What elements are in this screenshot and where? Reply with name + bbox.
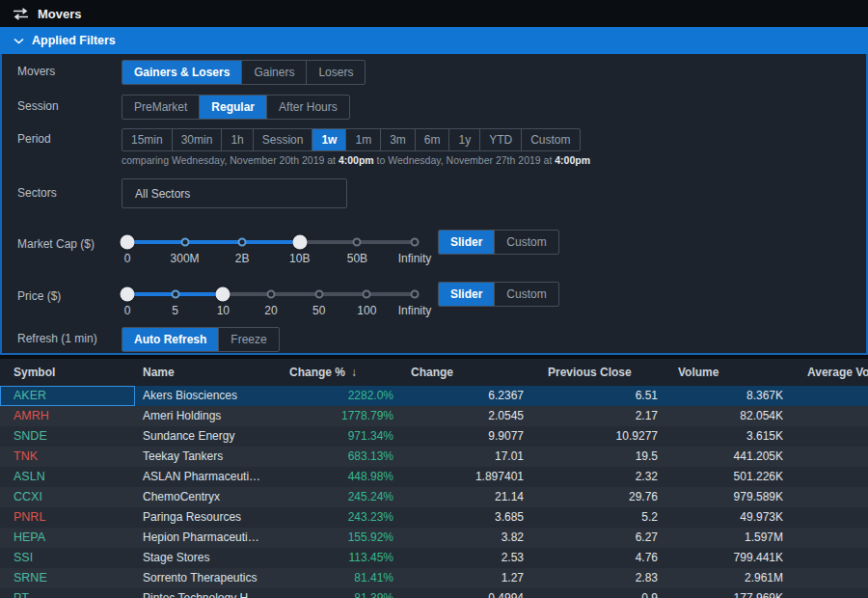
refresh-segmented-control-option-auto-refresh[interactable]: Auto Refresh <box>122 328 218 351</box>
session-segmented-control-option-after-hours[interactable]: After Hours <box>266 95 349 119</box>
period-segmented-control-option-6m[interactable]: 6m <box>415 129 449 150</box>
change-cell: 17.01 <box>393 447 524 467</box>
page-title: Movers <box>38 7 82 21</box>
table-row-amrh[interactable]: AMRHAmeri Holdings1778.79%2.05452.1782.0… <box>0 406 868 426</box>
period-segmented-control-option-ytd[interactable]: YTD <box>479 129 521 150</box>
session-segmented-control: PreMarketRegularAfter Hours <box>122 95 350 120</box>
symbol-cell: AKER <box>0 386 135 406</box>
change-cell: 2.0545 <box>393 406 524 426</box>
sectors-dropdown[interactable]: All Sectors <box>122 178 347 208</box>
column-header-volume[interactable]: Volume <box>658 366 783 379</box>
symbol-cell: SRNE <box>0 568 135 588</box>
column-header-average-volume[interactable]: Average Vo <box>783 366 868 379</box>
period-segmented-control-option-1w[interactable]: 1w <box>312 129 345 150</box>
slider-stop-300m[interactable] <box>180 238 189 247</box>
applied-filters-header[interactable]: Applied Filters <box>0 27 868 54</box>
session-filter-label: Session <box>17 95 59 118</box>
symbol-cell: PT <box>0 588 135 598</box>
slider-handle-0[interactable] <box>121 287 135 302</box>
table-row-pnrl[interactable]: PNRLParinga Resources243.23%3.6855.249.9… <box>0 507 868 528</box>
period-segmented-control-option-custom[interactable]: Custom <box>521 129 579 150</box>
slider-stop-20[interactable] <box>267 290 276 299</box>
table-row-snde[interactable]: SNDESundance Energy971.34%9.907710.92773… <box>0 426 868 447</box>
slider-tick-label-10b: 10B <box>289 252 310 265</box>
slider-tick-label-10: 10 <box>217 304 230 317</box>
slider-handle-10[interactable] <box>216 287 231 302</box>
period-segmented-control-option-30min[interactable]: 30min <box>172 129 222 150</box>
name-cell: ASLAN Pharmaceuti… <box>135 467 280 487</box>
previous-close-cell: 5.2 <box>524 507 658 528</box>
volume-cell: 49.973K <box>658 507 783 528</box>
name-cell: Teekay Tankers <box>135 447 280 467</box>
slider-stop-infinity[interactable] <box>411 290 420 299</box>
applied-filters-label: Applied Filters <box>32 34 116 47</box>
slider-stop-5[interactable] <box>171 290 179 299</box>
comparing-to-time: 4:00pm <box>555 154 590 166</box>
change-pct-cell: 2282.0% <box>280 386 393 406</box>
period-segmented-control-option-1y[interactable]: 1y <box>448 129 479 150</box>
slider-tick-label-infinity: Infinity <box>398 252 432 265</box>
market-cap-mode-control-option-slider[interactable]: Slider <box>439 231 494 254</box>
change-pct-cell: 448.98% <box>280 467 393 487</box>
refresh-segmented-control: Auto RefreshFreeze <box>122 327 280 352</box>
previous-close-cell: 2.83 <box>524 568 658 588</box>
volume-cell: 3.615K <box>658 426 783 447</box>
change-cell: 1.897401 <box>393 467 524 487</box>
slider-stop-infinity[interactable] <box>411 238 420 247</box>
symbol-cell: CCXI <box>0 487 135 507</box>
slider-tick-label-2b: 2B <box>235 252 250 265</box>
sectors-filter-label: Sectors <box>17 178 57 208</box>
column-header-name[interactable]: Name <box>135 366 280 379</box>
price-mode-control-option-custom[interactable]: Custom <box>494 283 557 306</box>
slider-tick-label-5: 5 <box>172 304 178 317</box>
table-row-ccxi[interactable]: CCXIChemoCentryx245.24%21.1429.76979.589… <box>0 487 868 507</box>
table-row-hepa[interactable]: HEPAHepion Pharmaceuti…155.92%3.826.271.… <box>0 528 868 548</box>
previous-close-cell: 6.51 <box>524 386 658 406</box>
table-row-pt[interactable]: PTPintec Technology H…81.39%0.49940.9177… <box>0 588 868 598</box>
column-header-symbol[interactable]: Symbol <box>0 366 135 379</box>
period-segmented-control-option-15min[interactable]: 15min <box>122 129 172 150</box>
movers-segmented-control-option-gainers[interactable]: Gainers <box>241 61 306 84</box>
change-cell: 21.14 <box>393 487 524 507</box>
slider-stop-50b[interactable] <box>353 238 362 247</box>
change-pct-cell: 971.34% <box>280 426 393 447</box>
table-row-srne[interactable]: SRNESorrento Therapeutics81.41%1.272.832… <box>0 568 868 588</box>
previous-close-cell: 2.17 <box>524 406 658 426</box>
previous-close-cell: 6.27 <box>524 528 658 548</box>
slider-stop-2b[interactable] <box>238 238 247 247</box>
name-cell: Pintec Technology H… <box>135 588 280 598</box>
session-segmented-control-option-regular[interactable]: Regular <box>199 95 266 119</box>
name-cell: Stage Stores <box>135 548 280 568</box>
column-header-change[interactable]: Change <box>393 366 524 379</box>
period-segmented-control-option-session[interactable]: Session <box>253 129 312 150</box>
previous-close-cell: 29.76 <box>524 487 658 507</box>
movers-segmented-control-option-losers[interactable]: Losers <box>306 61 365 84</box>
period-segmented-control-option-1h[interactable]: 1h <box>221 129 252 150</box>
table-row-tnk[interactable]: TNKTeekay Tankers683.13%17.0119.5441.205… <box>0 447 868 467</box>
volume-cell: 8.367K <box>658 386 783 406</box>
change-cell: 6.2367 <box>393 386 524 406</box>
price-mode-control-option-slider[interactable]: Slider <box>439 283 494 306</box>
refresh-segmented-control-option-freeze[interactable]: Freeze <box>218 328 278 351</box>
volume-cell: 177.969K <box>658 588 783 598</box>
column-header-previous-close[interactable]: Previous Close <box>524 366 658 379</box>
period-segmented-control-option-1m[interactable]: 1m <box>345 129 380 150</box>
movers-filter-label: Movers <box>17 60 55 83</box>
slider-stop-100[interactable] <box>363 290 371 299</box>
slider-tick-label-50b: 50B <box>347 252 367 265</box>
table-row-aker[interactable]: AKERAkers Biosciences2282.0%6.23676.518.… <box>0 386 868 406</box>
period-segmented-control-option-3m[interactable]: 3m <box>380 129 415 150</box>
symbol-cell: SNDE <box>0 426 135 447</box>
market-cap-mode-control-option-custom[interactable]: Custom <box>494 231 557 254</box>
column-header-change-pct[interactable]: Change %↓ <box>280 366 393 379</box>
table-row-asln[interactable]: ASLNASLAN Pharmaceuti…448.98%1.8974012.3… <box>0 467 868 487</box>
volume-cell: 979.589K <box>658 487 783 507</box>
slider-stop-50[interactable] <box>314 290 323 299</box>
previous-close-cell: 4.76 <box>524 548 658 568</box>
session-segmented-control-option-premarket[interactable]: PreMarket <box>122 95 199 119</box>
symbol-cell: AMRH <box>0 406 135 426</box>
slider-handle-0[interactable] <box>121 235 135 250</box>
slider-handle-10b[interactable] <box>292 235 307 250</box>
movers-segmented-control-option-gainers-losers[interactable]: Gainers & Losers <box>122 61 241 84</box>
table-row-ssi[interactable]: SSIStage Stores113.45%2.534.76799.441K <box>0 548 868 568</box>
